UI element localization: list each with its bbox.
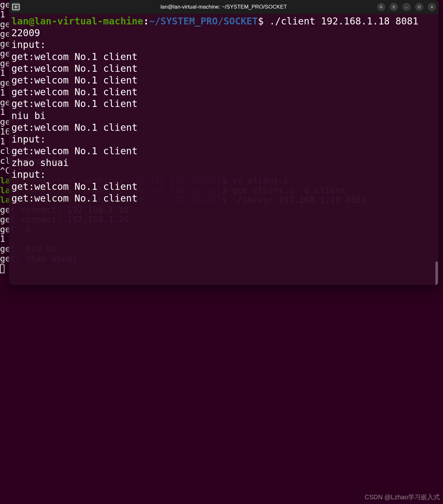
new-tab-button[interactable] [11,3,20,11]
output-line: get:welcom No.1 client [11,86,436,98]
output-line: get:welcom No.1 client [11,192,436,204]
search-icon [379,5,383,9]
minimize-button[interactable] [402,3,411,11]
close-icon [430,5,434,9]
watermark: CSDN @Lzhao学习嵌入式 [365,493,440,501]
menu-button[interactable] [390,3,398,11]
output-line: get:welcom No.1 client [11,145,436,157]
output-line: get:welcom No.1 client [11,98,436,109]
close-button[interactable] [428,3,436,11]
output-line: zhao shuai [11,157,436,169]
output-line: input: [11,133,436,145]
terminal-window[interactable]: lan@lan-virtual-machine: ~/SYSTEM_PRO/SO… [9,0,439,285]
prompt-path: ~/SYSTEM_PRO/SOCKET [149,16,258,27]
output-line: niu bi [11,110,436,122]
output-line: get:welcom No.1 client [11,122,436,133]
search-button[interactable] [377,3,385,11]
maximize-icon [417,5,421,9]
svg-point-3 [380,6,382,8]
output-line: get:welcom No.1 client [11,51,436,63]
scrollbar-thumb[interactable] [435,262,438,285]
maximize-button[interactable] [415,3,423,11]
minimize-icon [405,5,408,9]
new-tab-icon [11,3,20,11]
prompt-symbol: $ [258,16,264,27]
output-line: get:welcom No.1 client [11,181,436,192]
titlebar[interactable]: lan@lan-virtual-machine: ~/SYSTEM_PRO/SO… [9,0,439,14]
output-line: get:welcom No.1 client [11,74,436,86]
output-line: input: [11,169,436,180]
window-title: lan@lan-virtual-machine: ~/SYSTEM_PRO/SO… [161,4,287,10]
svg-line-4 [382,8,382,8]
cursor-icon [0,264,4,273]
output-line: 22009 [11,27,436,39]
prompt-user: lan@lan-virtual-machine [11,16,143,27]
command-text: ./client 192.168.1.18 8081 [264,16,419,27]
prompt-line: lan@lan-virtual-machine:~/SYSTEM_PRO/SOC… [11,15,436,27]
hamburger-icon [392,5,396,9]
svg-rect-9 [418,6,420,8]
terminal-body[interactable]: lan@lan-virtual-machine:~/SYSTEM_PRO/SOC… [9,14,439,285]
output-line: input: [11,39,436,50]
output-line: get:welcom No.1 client [11,63,436,74]
